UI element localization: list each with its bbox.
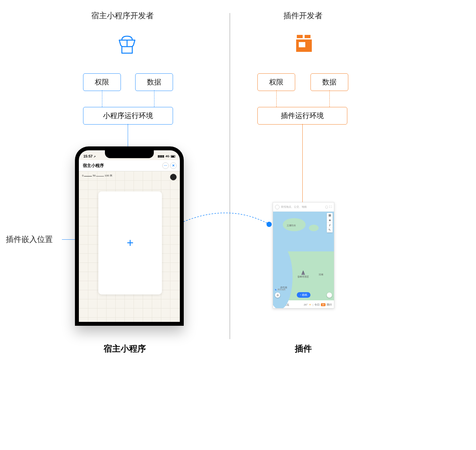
plus-icon: +: [127, 236, 134, 250]
layers-icon[interactable]: ◈: [327, 218, 333, 223]
plugin-runtime-env: 插件运行环境: [257, 107, 347, 125]
locate-button[interactable]: ⊙: [275, 292, 280, 298]
connector-line: [276, 90, 277, 107]
svg-rect-0: [297, 35, 303, 38]
pagoda-icon: [301, 270, 305, 275]
miniprogram-navbar: 宿主小程序 ⋯ ✕: [79, 160, 180, 171]
plugin-data-tag: 数据: [310, 73, 348, 91]
today-label: 今日: [314, 303, 320, 307]
more-button[interactable]: ⋯: [162, 162, 169, 169]
connector-line: [302, 124, 303, 204]
scan-icon[interactable]: ⛶: [329, 205, 332, 208]
embed-position-label: 插件嵌入位置: [6, 234, 53, 245]
status-time: 15:57 ↗: [83, 154, 96, 158]
plugin-to-slot-arrow: [171, 210, 279, 235]
traffic-limit-label: 限行: [327, 303, 332, 307]
user-avatar-icon: [275, 205, 280, 209]
host-data-tag: 数据: [135, 73, 173, 91]
miniprogram-runtime-env: 小程序运行环境: [83, 107, 173, 125]
plugin-search-bar[interactable]: 查找地点、公交、地铁 ◯ ⛶: [273, 202, 334, 212]
compass-icon[interactable]: [170, 174, 177, 180]
store-icon: [117, 34, 137, 54]
host-developer-title: 宿主小程序开发者: [91, 10, 154, 21]
route-button[interactable]: ↑ 路线: [296, 292, 310, 298]
poi-pagoda[interactable]: 雷峰塔景区: [297, 270, 309, 278]
network-label: 4G: [166, 155, 169, 158]
vertical-divider: [230, 13, 230, 339]
route-arrow-icon: ↑: [300, 293, 301, 296]
weather-icon: ☀: [309, 303, 311, 306]
package-icon: [295, 34, 313, 52]
connector-line: [128, 124, 128, 146]
map-attribution: ◣ 腾讯地图: [275, 288, 285, 291]
connector-line: [102, 90, 102, 107]
connector-line: [154, 90, 154, 107]
plugin-map-area[interactable]: ▦ ◈ ᚋ ✎ 三潭印月 雷峰塔景区 法湘 赤竹湖 ◣ 腾讯地图 ⊙ ↑ 路线: [273, 212, 334, 300]
svg-rect-1: [305, 35, 310, 38]
host-permission-tag: 权限: [83, 73, 121, 91]
report-icon[interactable]: ✎: [327, 228, 333, 232]
map-toolbar[interactable]: ▦ ◈ ᚋ ✎: [327, 213, 333, 232]
map-scale-bar: 0 50 100 米: [82, 174, 112, 177]
map-canvas: 0 50 100 米 +: [79, 171, 180, 322]
poi-label: 三潭印月: [287, 224, 296, 227]
host-footer-label: 宿主小程序: [104, 343, 146, 354]
walk-icon[interactable]: ᚋ: [327, 223, 333, 228]
limit-badge: 09: [321, 303, 325, 306]
connector-line: [329, 90, 330, 107]
poi-label: 法湘: [319, 273, 323, 276]
signal-icon: ▮▮▮▮: [158, 155, 164, 158]
weather-temp: 26°: [304, 303, 308, 306]
plugin-permission-tag: 权限: [257, 73, 295, 91]
layer-toggle-button[interactable]: [327, 292, 332, 298]
traffic-icon[interactable]: ▦: [327, 213, 333, 218]
plugin-embed-slot[interactable]: +: [98, 191, 162, 294]
voice-icon[interactable]: ◯: [325, 205, 328, 208]
close-button[interactable]: ✕: [170, 162, 177, 169]
battery-icon: [171, 155, 175, 158]
phone-notch: [105, 150, 154, 158]
navbar-title: 宿主小程序: [83, 163, 104, 169]
arrow-origin-dot: [267, 222, 272, 227]
plugin-preview-card: 查找地点、公交、地铁 ◯ ⛶ ▦ ◈ ᚋ ✎ 三潭印月 雷峰塔景区 法湘 赤竹湖…: [273, 202, 334, 308]
phone-mockup: 15:57 ↗ ▮▮▮▮ 4G 宿主小程序 ⋯ ✕ 0: [75, 146, 184, 326]
search-placeholder: 查找地点、公交、地铁: [281, 205, 324, 209]
plugin-footer-label: 插件: [295, 343, 312, 354]
plugin-developer-title: 插件开发者: [283, 10, 323, 21]
